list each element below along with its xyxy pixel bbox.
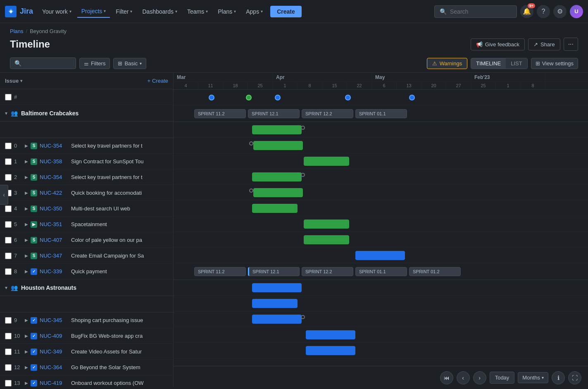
expand-icon[interactable]: ▶ xyxy=(25,191,28,195)
toolbar-search-input[interactable] xyxy=(24,60,71,67)
jira-logo[interactable]: Jira xyxy=(5,6,33,17)
warnings-button[interactable]: ⚠ Warnings xyxy=(427,58,467,69)
issue-checkbox[interactable] xyxy=(5,205,12,212)
gantt-bar[interactable] xyxy=(252,283,302,292)
search-box[interactable]: 🔍 xyxy=(434,5,517,18)
issue-row[interactable]: 7 ▶ S NUC-347 Create Email Campaign for … xyxy=(0,248,173,264)
expand-icon[interactable]: ▶ xyxy=(25,253,28,258)
nav-filter[interactable]: Filter ▾ xyxy=(112,6,136,17)
expand-icon[interactable]: ▶ xyxy=(25,381,28,385)
nav-dashboards[interactable]: Dashboards ▾ xyxy=(138,6,181,17)
issue-checkbox[interactable] xyxy=(5,253,12,259)
issue-row[interactable]: 13 ▶ ✓ NUC-419 Onboard workout options (… xyxy=(0,375,173,387)
issue-key[interactable]: NUC-351 xyxy=(40,221,69,227)
issue-checkbox[interactable] xyxy=(5,268,12,275)
months-selector[interactable]: Months ▾ xyxy=(518,372,548,383)
nav-plans[interactable]: Plans ▾ xyxy=(214,6,240,17)
group-houston-astronauts[interactable]: ▾ 👥 Houston Astronauts xyxy=(0,279,173,296)
settings-button[interactable]: ⚙ xyxy=(553,5,567,18)
tab-timeline[interactable]: TIMELINE xyxy=(471,58,506,69)
gantt-bar[interactable] xyxy=(304,157,349,166)
issue-row[interactable]: 5 ▶ ▶ NUC-351 Spacetainment xyxy=(0,217,173,232)
issue-checkbox[interactable] xyxy=(5,317,12,324)
gantt-bar[interactable] xyxy=(304,235,349,244)
milestone-checkbox[interactable] xyxy=(5,94,12,100)
filters-button[interactable]: ⚌ Filters xyxy=(79,58,110,69)
nav-apps[interactable]: Apps ▾ xyxy=(242,6,267,17)
issue-key[interactable]: NUC-364 xyxy=(40,364,69,370)
issue-checkbox[interactable] xyxy=(5,174,12,181)
issue-key[interactable]: NUC-339 xyxy=(40,268,69,274)
group-baltimore-crabcakes[interactable]: ▾ 👥 Baltimore Crabcakes xyxy=(0,105,173,122)
issue-key[interactable]: NUC-349 xyxy=(40,348,69,355)
gantt-bar[interactable] xyxy=(304,220,349,229)
issue-key[interactable]: NUC-419 xyxy=(40,380,69,386)
expand-icon[interactable]: ▶ xyxy=(25,143,28,148)
issue-key[interactable]: NUC-354 xyxy=(40,174,69,180)
issue-row[interactable]: 12 ▶ ✓ NUC-364 Go Beyond the Solar Syste… xyxy=(0,360,173,375)
expand-icon[interactable]: ▶ xyxy=(25,365,28,370)
issue-row[interactable]: 6 ▶ S NUC-407 Color of pale yellow on ou… xyxy=(0,232,173,248)
issue-key[interactable]: NUC-422 xyxy=(40,190,69,196)
issue-row[interactable]: 2 ▶ S NUC-354 Select key travel partners… xyxy=(0,169,173,185)
issue-key[interactable]: NUC-409 xyxy=(40,333,69,339)
nav-your-work[interactable]: Your work ▾ xyxy=(38,6,76,17)
issue-key[interactable]: NUC-354 xyxy=(40,143,69,149)
expand-icon[interactable]: ▶ xyxy=(25,269,28,274)
gantt-bar[interactable] xyxy=(252,204,298,213)
gantt-bar[interactable] xyxy=(252,172,302,181)
expand-icon[interactable]: ▶ xyxy=(25,206,28,211)
expand-icon[interactable]: ▶ xyxy=(25,238,28,242)
nav-first-button[interactable]: ⏮ xyxy=(440,371,453,384)
issue-key[interactable]: NUC-350 xyxy=(40,205,69,212)
gantt-bar[interactable] xyxy=(306,330,355,339)
issue-checkbox[interactable] xyxy=(5,348,12,355)
issue-checkbox[interactable] xyxy=(5,221,12,228)
expand-icon[interactable]: ▶ xyxy=(25,175,28,179)
issue-checkbox[interactable] xyxy=(5,333,12,339)
view-settings-button[interactable]: ⊞ View settings xyxy=(531,58,578,69)
nav-next-button[interactable]: › xyxy=(473,371,486,384)
expand-icon[interactable]: ▶ xyxy=(25,222,28,227)
basic-button[interactable]: ⊞ Basic ▾ xyxy=(113,58,146,69)
help-button[interactable]: ? xyxy=(537,5,550,18)
issue-row[interactable]: 9 ▶ ✓ NUC-345 Shoping cart purchasing is… xyxy=(0,313,173,328)
gantt-bar[interactable] xyxy=(252,125,302,134)
issue-row[interactable]: 10 ▶ ✓ NUC-409 BugFix BG Web-store app c… xyxy=(0,328,173,344)
collapse-icon[interactable]: ▾ xyxy=(5,285,7,291)
gantt-bar[interactable] xyxy=(252,315,302,324)
expand-icon[interactable]: ▶ xyxy=(25,159,28,164)
breadcrumb-plans[interactable]: Plans xyxy=(10,28,24,34)
issue-key[interactable]: NUC-347 xyxy=(40,253,69,259)
issue-key[interactable]: NUC-345 xyxy=(40,317,69,323)
gantt-bar[interactable] xyxy=(252,299,298,308)
expand-button[interactable]: ⛶ xyxy=(568,371,581,384)
gantt-bar[interactable] xyxy=(355,251,405,260)
tab-list[interactable]: LIST xyxy=(506,58,527,69)
nav-teams[interactable]: Teams ▾ xyxy=(183,6,212,17)
search-input[interactable] xyxy=(450,8,512,15)
issue-row[interactable]: 1 ▶ S NUC-358 Sign Contract for SunSpot … xyxy=(0,154,173,169)
expand-icon[interactable]: ▶ xyxy=(25,349,28,354)
issue-row[interactable]: 8 ▶ ✓ NUC-339 Quick payment xyxy=(0,264,173,279)
gantt-bar[interactable] xyxy=(306,346,355,355)
notifications-button[interactable]: 🔔 9+ xyxy=(520,5,533,18)
issue-key[interactable]: NUC-358 xyxy=(40,158,69,165)
feedback-button[interactable]: 📢 Give feedback xyxy=(471,38,525,50)
nav-projects[interactable]: Projects ▾ xyxy=(77,5,110,18)
create-inline-button[interactable]: + Create xyxy=(147,78,168,84)
sidebar-toggle-button[interactable]: ‹ xyxy=(0,185,8,205)
issue-row[interactable]: 3 ▶ S NUC-422 Quick booking for accomoda… xyxy=(0,185,173,201)
today-button[interactable]: Today xyxy=(490,372,515,384)
info-button[interactable]: ℹ xyxy=(552,371,565,384)
expand-icon[interactable]: ▶ xyxy=(25,334,28,338)
collapse-icon[interactable]: ▾ xyxy=(5,110,7,116)
issue-checkbox[interactable] xyxy=(5,364,12,371)
issue-row[interactable]: 4 ▶ S NUC-350 Multi-dest search UI web xyxy=(0,201,173,217)
issue-checkbox[interactable] xyxy=(5,143,12,149)
issue-key[interactable]: NUC-407 xyxy=(40,237,69,243)
issue-checkbox[interactable] xyxy=(5,380,12,387)
share-button[interactable]: ↗ Share xyxy=(528,38,560,50)
avatar[interactable]: U xyxy=(570,5,583,18)
gantt-bar[interactable] xyxy=(253,188,303,197)
